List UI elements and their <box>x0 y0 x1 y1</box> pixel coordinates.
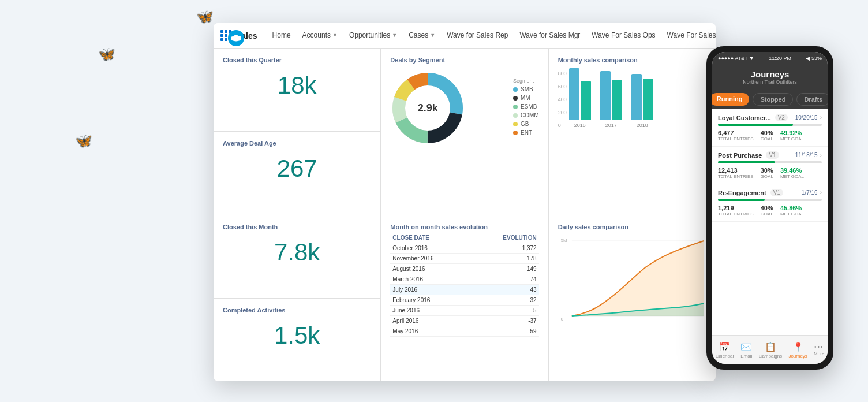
nav-opportunities[interactable]: Opportunities▼ <box>343 23 403 49</box>
table-row: March 2016 74 <box>390 274 538 284</box>
svg-text:5M: 5M <box>560 237 567 243</box>
completed-activities-value: 1.5k <box>223 316 371 355</box>
mobile-nav-more[interactable]: ••• More <box>814 344 824 356</box>
donut-center-value: 2.9k <box>418 102 438 114</box>
journey-1-progress-fill <box>718 124 793 126</box>
bar-label-2017: 2017 <box>605 122 617 128</box>
mom-sales-card: Month on month sales evolution CLOSE DAT… <box>381 215 548 382</box>
salesforce-desktop-app: Sales Home Accounts▼ Opportunities▼ Case… <box>214 23 716 381</box>
donut-chart: 2.9k <box>390 70 465 146</box>
nav-wave-rep[interactable]: Wave for Sales Rep <box>441 23 514 49</box>
mom-sales-title: Month on month sales evolution <box>390 224 538 230</box>
chevron-right-icon: › <box>820 114 822 121</box>
legend-smb: SMB <box>513 86 539 92</box>
journey-2-met-val: 39.46% <box>780 167 804 174</box>
journey-2-date: 11/18/15 <box>795 152 818 158</box>
journey-1-stat-met: 49.92% MET GOAL <box>780 129 804 142</box>
journey-2-stat-entries: 12,413 TOTAL ENTRIES <box>718 167 754 179</box>
journey-1-goal-val: 40% <box>761 129 773 136</box>
journey-item-1[interactable]: Loyal Customer... V2 10/20/15 › 6,477 TO… <box>712 109 828 147</box>
mobile-header: Journeys Northern Trail Outfitters <box>712 65 828 90</box>
journey-3-met-label: MET GOAL <box>780 211 804 217</box>
avg-deal-age-value: 267 <box>223 149 371 188</box>
butterfly-1-icon: 🦋 <box>196 9 214 25</box>
table-row-highlight: July 2016 43 <box>390 284 538 295</box>
journey-item-2[interactable]: Post Purchase V1 11/18/15 › 12,413 TOTAL… <box>712 147 828 184</box>
tab-stopped[interactable]: Stopped <box>753 93 793 106</box>
status-time: 11:20 PM <box>769 55 791 61</box>
mobile-app-title: Journeys <box>719 69 821 79</box>
journey-3-stats: 1,219 TOTAL ENTRIES 40% GOAL 45.86% MET … <box>718 204 822 217</box>
val-may-2016: -59 <box>471 326 538 336</box>
nav-home[interactable]: Home <box>267 23 297 49</box>
journey-1-goal-label: GOAL <box>761 136 773 142</box>
legend-gb: GB <box>513 121 539 127</box>
mobile-nav-email[interactable]: ✉️ Email <box>740 341 752 359</box>
mobile-nav-campaigns[interactable]: 📋 Campaigns <box>759 341 782 359</box>
butterfly-2-icon: 🦋 <box>98 46 115 62</box>
date-nov-2016: November 2016 <box>390 253 471 263</box>
journeys-icon: 📍 <box>792 341 804 352</box>
table-row: May 2016 -59 <box>390 326 538 336</box>
nav-cases[interactable]: Cases▼ <box>403 23 441 49</box>
nav-journeys-label: Journeys <box>788 353 807 359</box>
mobile-app-subtitle: Northern Trail Outfitters <box>719 79 821 85</box>
journey-1-entries-val: 6,477 <box>718 129 754 136</box>
journey-item-3[interactable]: Re-Engagement V1 1/7/16 › 1,219 TOTAL EN… <box>712 184 828 222</box>
completed-activities-card: Completed Activities 1.5k <box>214 299 380 381</box>
journey-2-goal-val: 30% <box>761 167 773 174</box>
date-mar-2016: March 2016 <box>390 274 471 284</box>
email-icon: ✉️ <box>740 341 752 352</box>
val-mar-2016: 74 <box>471 274 538 284</box>
table-row: June 2016 5 <box>390 305 538 315</box>
journey-1-entries-label: TOTAL ENTRIES <box>718 136 754 142</box>
journey-1-stats: 6,477 TOTAL ENTRIES 40% GOAL 49.92% MET … <box>718 129 822 142</box>
nav-wave-exec[interactable]: Wave For Sales Exec <box>661 23 716 49</box>
journey-3-header: Re-Engagement V1 1/7/16 › <box>718 189 822 196</box>
bar-chart: 2016 2017 <box>569 70 706 128</box>
col-close-date: CLOSE DATE <box>390 233 471 243</box>
journey-1-progress-bg <box>718 124 822 126</box>
table-row: February 2016 32 <box>390 295 538 305</box>
table-row: November 2016 178 <box>390 253 538 263</box>
journey-1-met-val: 49.92% <box>780 129 804 136</box>
val-nov-2016: 178 <box>471 253 538 263</box>
journey-3-goal-val: 40% <box>761 204 773 211</box>
line-chart-container: 5M 0 <box>558 233 706 325</box>
val-aug-2016: 149 <box>471 263 538 274</box>
nav-more-label: More <box>814 351 824 356</box>
val-feb-2016: 32 <box>471 295 538 305</box>
avg-deal-age-card: Average Deal Age 267 <box>214 132 380 214</box>
tab-drafts[interactable]: Drafts <box>796 93 828 106</box>
closed-quarter-title: Closed this Quarter <box>223 57 371 64</box>
nav-accounts[interactable]: Accounts▼ <box>297 23 343 49</box>
journey-3-version: V1 <box>770 189 783 196</box>
mobile-nav-journeys[interactable]: 📍 Journeys <box>788 341 807 359</box>
journey-2-stat-met: 39.46% MET GOAL <box>780 167 804 179</box>
journey-2-met-label: MET GOAL <box>780 174 804 179</box>
legend-esmb: ESMB <box>513 103 539 110</box>
closed-month-title: Closed this Month <box>223 224 371 230</box>
date-may-2016: May 2016 <box>390 326 471 336</box>
journey-2-header: Post Purchase V1 11/18/15 › <box>718 151 822 159</box>
nav-wave-ops[interactable]: Wave For Sales Ops <box>586 23 661 49</box>
mobile-tabs: Running Stopped Drafts <box>712 90 828 109</box>
date-apr-2016: April 2016 <box>390 315 471 326</box>
journey-2-goal-label: GOAL <box>761 174 773 179</box>
table-row: April 2016 -37 <box>390 315 538 326</box>
val-jul-2016: 43 <box>471 284 538 295</box>
daily-sales-card: Daily sales comparison 5M 0 <box>549 215 716 382</box>
tab-running[interactable]: Running <box>712 93 749 106</box>
status-battery: ◀ 53% <box>806 55 822 61</box>
mobile-phone: ●●●●● AT&T ▼ 11:20 PM ◀ 53% Journeys Nor… <box>706 46 833 370</box>
journey-2-stats: 12,413 TOTAL ENTRIES 30% GOAL 39.46% MET… <box>718 167 822 179</box>
journey-2-entries-val: 12,413 <box>718 167 754 174</box>
journey-3-entries-val: 1,219 <box>718 204 754 211</box>
daily-sales-title: Daily sales comparison <box>558 224 706 230</box>
mobile-nav-calendar[interactable]: 📅 Calendar <box>716 341 734 359</box>
date-aug-2016: August 2016 <box>390 263 471 274</box>
nav-email-label: Email <box>740 353 752 359</box>
closed-month-card: Closed this Month 7.8k <box>214 215 380 298</box>
date-feb-2016: February 2016 <box>390 295 471 305</box>
nav-wave-mgr[interactable]: Wave for Sales Mgr <box>514 23 586 49</box>
